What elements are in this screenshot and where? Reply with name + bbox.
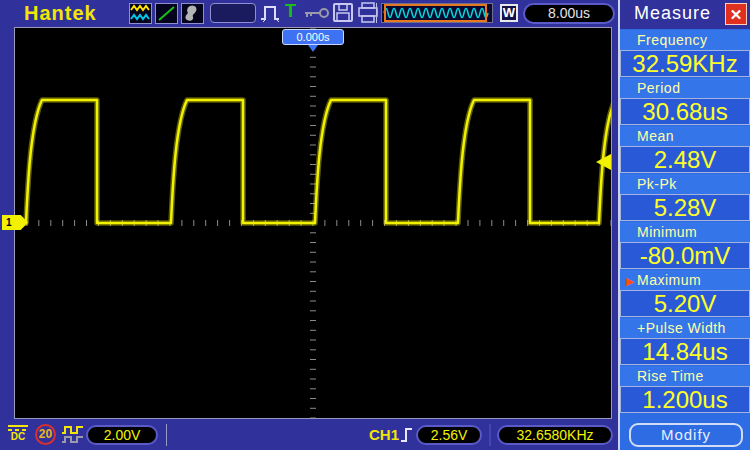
measure-item-rise-time: ▶Rise Time 1.200us [620, 366, 750, 414]
measure-value: 32.59KHz [620, 50, 750, 77]
image-icon-glyph [182, 4, 203, 23]
measure-value: 5.20V [620, 290, 750, 317]
toolbar-separator [376, 3, 377, 23]
coupling-label: DC [11, 431, 25, 442]
measure-label: +Pulse Width [637, 320, 726, 336]
measure-label: Pk-Pk [637, 176, 677, 192]
preview-wave-glyph [382, 4, 492, 22]
measure-label: Maximum [637, 272, 701, 288]
scope-graticule-and-trace [15, 28, 611, 418]
measure-item-minimum: ▶Minimum -80.0mV [620, 222, 750, 270]
measure-label: Frequency [637, 32, 708, 48]
image-icon[interactable] [181, 3, 204, 24]
save-icon-glyph [332, 2, 355, 24]
hantek-logo: Hantek [24, 2, 97, 25]
trigger-channel-label[interactable]: CH1 [369, 426, 399, 443]
measure-value: 5.28V [620, 194, 750, 221]
measure-panel-title: Measure [634, 3, 711, 24]
trigger-level-readout[interactable]: 2.56V [416, 425, 482, 445]
statusbar-divider2 [489, 424, 491, 446]
selected-arrow-icon: ▶ [626, 275, 635, 287]
probe-waveform-glyph [61, 424, 85, 446]
measure-value: 14.84us [620, 338, 750, 365]
measure-value: 2.48V [620, 146, 750, 173]
measure-value: 30.68us [620, 98, 750, 125]
key-icon-glyph [303, 4, 331, 22]
pulse-icon-glyph [259, 2, 284, 24]
trigger-time-label: 0.000s [282, 29, 344, 45]
measure-label: Mean [637, 128, 674, 144]
probe-waveform-icon[interactable] [61, 424, 85, 450]
measure-item-period: ▶Period 30.68us [620, 78, 750, 126]
line-style-icon[interactable] [155, 3, 178, 24]
key-icon[interactable] [303, 4, 331, 26]
pulse-icon[interactable] [259, 2, 284, 28]
empty-slot[interactable] [210, 3, 256, 23]
statusbar-divider [166, 424, 167, 446]
measure-label: Period [637, 80, 680, 96]
top-toolbar: Hantek T [0, 0, 618, 27]
timebase-readout[interactable]: 8.00us [523, 3, 615, 24]
ch1-trace-fuzz [15, 100, 611, 223]
measure-label: Rise Time [637, 368, 704, 384]
trigger-frequency-readout[interactable]: 32.6580KHz [497, 425, 613, 445]
bandwidth-limit-badge[interactable]: 20 [35, 424, 56, 445]
ch1-trace [15, 100, 611, 223]
measure-items: ▶Frequency 32.59KHz ▶Period 30.68us ▶Mea… [620, 30, 750, 414]
measure-item-pulse-width: ▶+Pulse Width 14.84us [620, 318, 750, 366]
measure-panel: Measure ✕ ▶Frequency 32.59KHz ▶Period 30… [618, 0, 750, 450]
volts-per-div-readout[interactable]: 2.00V [86, 425, 158, 445]
measure-item-mean: ▶Mean 2.48V [620, 126, 750, 174]
trigger-time-pointer [308, 45, 318, 52]
scope-display: 0.000s 1 [14, 27, 612, 419]
trigger-t-icon[interactable]: T [285, 1, 296, 22]
save-icon[interactable] [332, 2, 355, 28]
channels-icon[interactable] [129, 3, 152, 24]
measure-label: Minimum [637, 224, 697, 240]
measure-item-pkpk: ▶Pk-Pk 5.28V [620, 174, 750, 222]
measure-panel-titlebar: Measure ✕ [620, 0, 750, 29]
line-style-icon-glyph [156, 4, 177, 23]
rising-slope-glyph [400, 425, 416, 445]
trigger-time-marker[interactable]: 0.000s [282, 29, 344, 52]
coupling-dc-icon[interactable]: DC [6, 424, 30, 442]
modify-button[interactable]: Modify [629, 423, 743, 447]
measure-item-maximum: ▶Maximum 5.20V [620, 270, 750, 318]
channels-icon-glyph [130, 4, 151, 23]
measure-value: 1.200us [620, 386, 750, 413]
measure-item-frequency: ▶Frequency 32.59KHz [620, 30, 750, 78]
measure-value: -80.0mV [620, 242, 750, 269]
window-mode-badge[interactable]: W [500, 4, 518, 22]
waveform-preview[interactable] [381, 3, 493, 23]
rising-slope-icon[interactable] [400, 425, 416, 449]
status-bar: DC 20 2.00V CH1 2.56V 32.6580KHz [0, 421, 618, 450]
close-icon[interactable]: ✕ [725, 3, 747, 25]
